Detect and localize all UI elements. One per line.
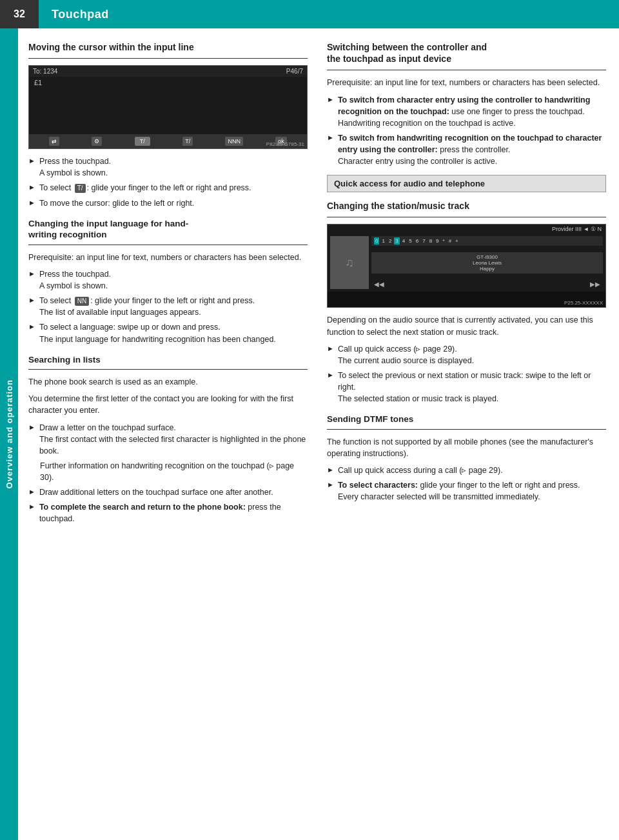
right-section1-prereq: Prerequisite: an input line for text, nu… (327, 77, 606, 88)
bullet-arrow: ► (327, 480, 334, 490)
provider-bar: Provider IIII ◄ ① N (328, 225, 605, 234)
bullet-item: ► Draw a letter on the touchpad surface.… (28, 422, 308, 457)
bullet-text: To switch from character entry using the… (338, 94, 606, 129)
music-num-7: 7 (421, 237, 426, 245)
bullet-text: Call up quick access (▹ page 29).The cur… (338, 343, 474, 366)
bullet-item: ► To select a language: swipe up or down… (28, 321, 308, 345)
right-section3-title: Sending DTMF tones (327, 414, 606, 425)
screen-ref-right: P25.25-XXXXXX (564, 300, 603, 306)
bullet-item: ► To complete the search and return to t… (28, 501, 308, 525)
right-section2-divider (327, 217, 606, 217)
music-num-hash: # (447, 237, 453, 245)
bullet-item: ► Call up quick access during a call (▹ … (327, 465, 606, 476)
bullet-text: Press the touchpad.A symbol is shown. (39, 155, 111, 179)
page-title: Touchpad (39, 8, 109, 21)
music-num-star: * (442, 237, 446, 245)
music-num-3: 3 (394, 237, 399, 245)
bullet-item: ► Press the touchpad.A symbol is shown. (28, 268, 308, 292)
bullet-text: To select NN: glide your finger to the l… (39, 295, 255, 318)
bullet-arrow: ► (28, 295, 35, 306)
bullet-item: ► To select NN: glide your finger to the… (28, 295, 308, 318)
music-next: ▶▶ (590, 281, 600, 288)
bold-switch2: To switch from handwriting recognition o… (338, 134, 602, 154)
right-section3-bullets: ► Call up quick access during a call (▹ … (327, 465, 606, 503)
music-controls: 0 1 2 3 4 5 6 7 8 9 * # + (371, 236, 603, 289)
bullet-text: Draw a letter on the touchpad surface.Th… (39, 422, 308, 457)
bullet-text: To select the previous or next station o… (338, 370, 606, 405)
bullet-item: ► To select T/: glide your finger to the… (28, 182, 308, 194)
bullet-arrow: ► (28, 423, 35, 433)
bullet-arrow: ► (28, 502, 35, 512)
device-screenshot-left: To: 1234 P46/7 £1 ⇄ ⚙ T/ T/ NNN ok P82.8… (28, 65, 308, 149)
bold-complete: To complete the search and return to the… (39, 503, 246, 512)
bullet-text: To select characters: glide your finger … (338, 479, 580, 503)
bullet-text: To move the cursor: glide to the left or… (39, 197, 194, 209)
bullet-item: ► To move the cursor: glide to the left … (28, 197, 308, 209)
bullet-item: ► Press the touchpad.A symbol is shown. (28, 155, 308, 179)
right-section2-title: Changing the station/music track (327, 200, 606, 212)
music-album-art: ♫ (330, 236, 369, 289)
section2-prereq: Prerequisite: an input line for text, nu… (28, 252, 308, 263)
right-column: Switching between the controller andthe … (327, 41, 606, 827)
section2-bullets: ► Press the touchpad.A symbol is shown. … (28, 268, 308, 345)
bullet-item: ► Call up quick access (▹ page 29).The c… (327, 343, 606, 366)
music-track-info: GT-i9300 Leona Lewis Happy (371, 252, 603, 274)
music-num-2: 2 (388, 237, 393, 245)
bullet-arrow: ► (28, 198, 35, 208)
provider-text: Provider IIII ◄ ① N (552, 226, 602, 232)
bullet-arrow: ► (28, 269, 35, 279)
columns: Moving the cursor within the input line … (18, 28, 619, 840)
screen-to-label: To: 1234 (33, 68, 57, 75)
section3-divider (28, 369, 308, 370)
screen-nav: P46/7 (286, 68, 303, 75)
bullet-item: ► To select characters: glide your finge… (327, 479, 606, 503)
music-numbers: 0 1 2 3 4 5 6 7 8 9 * # + (371, 236, 603, 246)
bullet-arrow: ► (327, 133, 334, 143)
bold-switch1: To switch from character entry using the… (338, 95, 590, 116)
screen-empty-area (29, 88, 307, 114)
music-nav: ◀◀ ▶▶ (371, 279, 603, 289)
right-section1-title: Switching between the controller andthe … (327, 41, 606, 65)
music-content: ♫ 0 1 2 3 4 5 6 7 8 9 (328, 234, 605, 292)
album-art-icon: ♫ (345, 256, 354, 270)
music-num-plus: + (454, 237, 460, 245)
kb-btn-4: T/ (182, 137, 193, 146)
section2-title: Changing the input language for hand-wri… (28, 218, 308, 241)
music-num-0: 0 (374, 237, 379, 245)
right-section3-body1: The function is not supported by all mob… (327, 436, 606, 459)
section1-bullets: ► Press the touchpad.A symbol is shown. … (28, 155, 308, 209)
device-screenshot-right: Provider IIII ◄ ① N ♫ 0 1 2 3 4 5 (327, 224, 606, 308)
bullet-text: Draw additional letters on the touchpad … (39, 486, 273, 498)
bullet-text: Press the touchpad.A symbol is shown. (39, 268, 111, 292)
content-area: Overview and operation Moving the cursor… (0, 28, 619, 840)
music-num-8: 8 (428, 237, 433, 245)
screen-ref-left: P82.89-G785-31 (266, 141, 304, 147)
bullet-arrow: ► (28, 487, 35, 497)
music-num-1: 1 (380, 237, 386, 245)
bullet-item: ► To switch from character entry using t… (327, 94, 606, 129)
right-section1-bullets: ► To switch from character entry using t… (327, 94, 606, 168)
bullet-arrow: ► (327, 370, 334, 381)
bullet-text: To complete the search and return to the… (39, 501, 308, 525)
section3-body2: You determine the first letter of the co… (28, 393, 308, 416)
sidebar-strip: Overview and operation (0, 28, 18, 840)
music-song: Happy (374, 266, 600, 272)
screen-header-left: To: 1234 P46/7 (29, 66, 307, 77)
section1-divider (28, 58, 308, 59)
section3-body1: The phone book search is used as an exam… (28, 376, 308, 388)
kb-btn-3: T/ (135, 137, 150, 146)
kb-btn-5: NNN (225, 137, 243, 146)
right-section2-body: Depending on the audio source that is cu… (327, 314, 606, 337)
bullet-arrow: ► (327, 344, 334, 354)
bullet-arrow: ► (28, 183, 35, 193)
bullet-arrow: ► (327, 465, 334, 475)
music-num-9: 9 (435, 237, 440, 245)
bullet-item: Further information on handwriting recog… (28, 460, 308, 483)
section1-title: Moving the cursor within the input line (28, 41, 308, 53)
right-section1-divider (327, 70, 606, 70)
music-num-5: 5 (408, 237, 413, 245)
quick-access-box: Quick access for audio and telephone (327, 175, 606, 192)
bullet-text: To switch from handwriting recognition o… (338, 132, 606, 167)
screen-keyboard: ⇄ ⚙ T/ T/ NNN ok (29, 134, 307, 148)
kb-btn-2: ⚙ (92, 137, 102, 146)
